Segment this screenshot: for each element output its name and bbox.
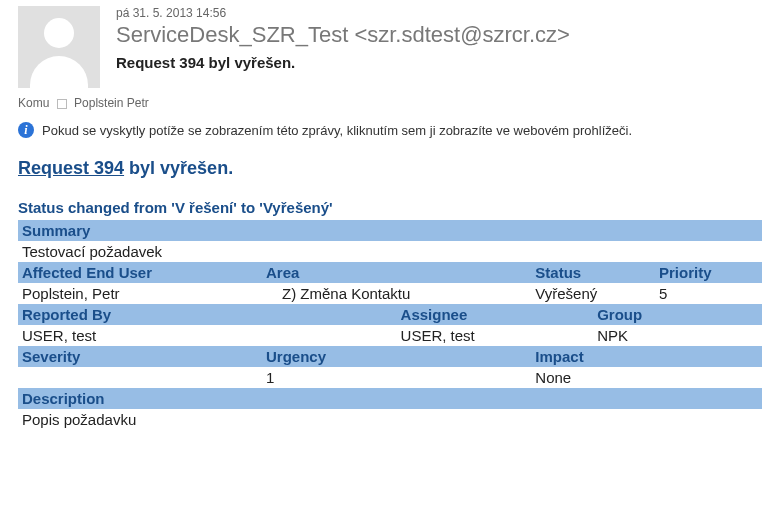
email-header: pá 31. 5. 2013 14:56 ServiceDesk_SZR_Tes… bbox=[0, 0, 780, 92]
label-area: Area bbox=[262, 262, 531, 283]
label-description: Description bbox=[18, 388, 762, 409]
value-area: Z) Změna Kontaktu bbox=[262, 283, 531, 304]
to-label: Komu bbox=[18, 96, 49, 110]
label-summary: Summary bbox=[18, 220, 762, 241]
info-icon: i bbox=[18, 122, 34, 138]
to-line: Komu Poplstein Petr bbox=[0, 92, 780, 116]
label-impact: Impact bbox=[531, 346, 762, 367]
to-recipient: Poplstein Petr bbox=[74, 96, 149, 110]
value-assignee: USER, test bbox=[397, 325, 594, 346]
label-assignee: Assignee bbox=[397, 304, 594, 325]
label-severity: Severity bbox=[18, 346, 262, 367]
value-priority: 5 bbox=[655, 283, 762, 304]
label-priority: Priority bbox=[655, 262, 762, 283]
email-from: ServiceDesk_SZR_Test <szr.sdtest@szrcr.c… bbox=[116, 22, 570, 48]
value-severity bbox=[18, 367, 262, 388]
label-group: Group bbox=[593, 304, 762, 325]
status-change-line: Status changed from 'V řešení' to 'Vyřeš… bbox=[18, 199, 762, 216]
label-affected-end-user: Affected End User bbox=[18, 262, 262, 283]
recipient-box-icon bbox=[57, 99, 67, 109]
email-body: Request 394 byl vyřešen. Status changed … bbox=[0, 158, 780, 448]
email-date: pá 31. 5. 2013 14:56 bbox=[116, 6, 570, 20]
value-urgency: 1 bbox=[262, 367, 531, 388]
email-subject: Request 394 byl vyřešen. bbox=[116, 54, 570, 71]
avatar-placeholder bbox=[18, 6, 100, 88]
header-text: pá 31. 5. 2013 14:56 ServiceDesk_SZR_Tes… bbox=[100, 6, 570, 88]
label-status: Status bbox=[531, 262, 655, 283]
title-rest: byl vyřešen. bbox=[124, 158, 233, 178]
value-reported-by: USER, test bbox=[18, 325, 397, 346]
label-reported-by: Reported By bbox=[18, 304, 397, 325]
info-text: Pokud se vyskytly potíže se zobrazením t… bbox=[42, 123, 632, 138]
info-bar[interactable]: i Pokud se vyskytly potíže se zobrazením… bbox=[0, 116, 780, 158]
value-affected-end-user: Poplstein, Petr bbox=[18, 283, 262, 304]
request-link[interactable]: Request 394 bbox=[18, 158, 124, 178]
label-urgency: Urgency bbox=[262, 346, 531, 367]
value-impact: None bbox=[531, 367, 762, 388]
value-group: NPK bbox=[593, 325, 762, 346]
value-summary: Testovací požadavek bbox=[18, 241, 762, 262]
body-title: Request 394 byl vyřešen. bbox=[18, 158, 762, 179]
details-table: Summary Testovací požadavek Affected End… bbox=[18, 220, 762, 430]
value-status: Vyřešený bbox=[531, 283, 655, 304]
value-description: Popis požadavku bbox=[18, 409, 762, 430]
